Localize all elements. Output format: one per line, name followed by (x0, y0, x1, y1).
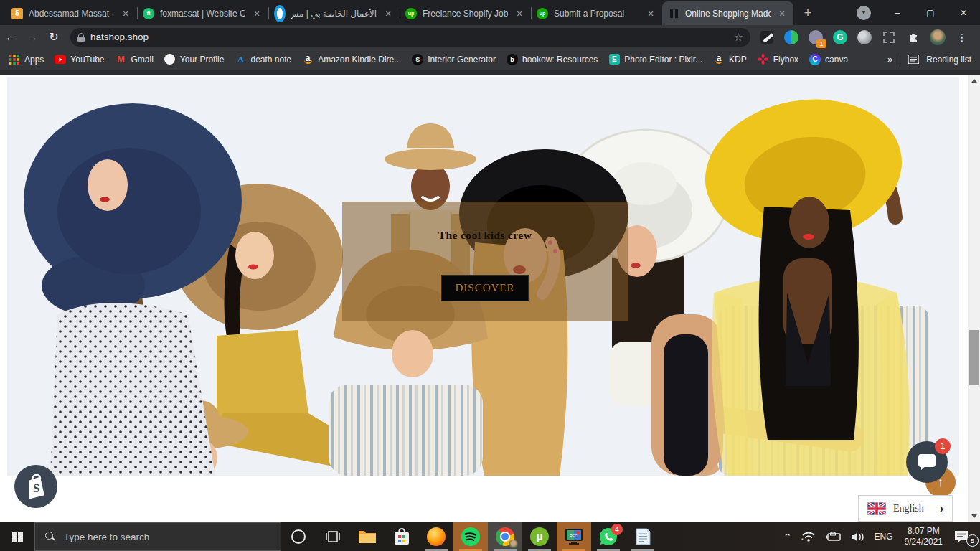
bookmark-youtube[interactable]: YouTube (55, 54, 104, 65)
taskbar-firefox-button[interactable] (419, 522, 453, 551)
address-bar[interactable]: hatshop.shop ☆ (70, 28, 750, 47)
action-center-button[interactable]: 5 (949, 522, 980, 551)
bookmark-pixlr[interactable]: E Photo Editor : Pixlr... (608, 54, 702, 65)
bookmark-kdp[interactable]: a KDP (713, 54, 747, 65)
page-scrollbar[interactable] (968, 75, 980, 522)
grammarly-extension-icon[interactable]: G (831, 28, 849, 47)
browser-update-icon[interactable]: ▼ (857, 6, 871, 20)
bookmark-gmail[interactable]: M Gmail (116, 54, 154, 65)
taskbar-notepad-button[interactable] (626, 522, 660, 551)
chat-widget-button[interactable]: 1 (906, 441, 948, 483)
taskbar-spotify-button[interactable] (453, 522, 488, 551)
bookmark-label: Flybox (773, 55, 798, 65)
utorrent-icon: µ (530, 527, 549, 546)
taskbar-utorrent-button[interactable]: µ (522, 522, 557, 551)
screen: 5 Abdessamad Massat - ✕ fi foxmassat | W… (0, 0, 980, 551)
shopify-bag-icon: S (24, 473, 48, 500)
battery-charging-icon[interactable] (821, 522, 847, 551)
system-tray: ⌃ * (779, 522, 980, 551)
reload-button[interactable]: ↻ (43, 27, 65, 47)
tab-upwork-jobs[interactable]: up Freelance Shopify Jobs ✕ (400, 1, 531, 25)
tab-arabic-works[interactable]: الأعمال الخاصة بي | مس ✕ (268, 1, 400, 25)
bookmark-death-note[interactable]: A death note (235, 54, 291, 65)
start-button[interactable] (0, 522, 34, 551)
reading-list-icon (908, 54, 919, 65)
bookmark-label: KDP (729, 55, 747, 65)
interior-generator-icon: S (412, 54, 423, 65)
url-text[interactable]: hatshop.shop (90, 32, 728, 42)
browser-menu-icon[interactable]: ⋮ (953, 28, 971, 47)
bookmarks-overflow-chevron[interactable]: » (887, 54, 892, 65)
scrollbar-thumb[interactable] (969, 330, 979, 385)
bookmark-interior-generator[interactable]: S Interior Generator (412, 54, 496, 65)
tab-abdessamad[interactable]: 5 Abdessamad Massat - ✕ (6, 1, 137, 25)
language-selector[interactable]: English › (858, 495, 953, 522)
window-close-button[interactable]: ✕ (947, 0, 980, 25)
scrollbar-up-arrow[interactable] (968, 75, 980, 87)
bookmark-label: Apps (24, 55, 44, 65)
tab-close-icon[interactable]: ✕ (645, 8, 656, 19)
bookmark-flybox[interactable]: Flybox (758, 54, 798, 65)
speaker-icon[interactable] (847, 522, 870, 551)
github-icon (164, 54, 176, 65)
new-tab-button[interactable]: + (798, 3, 818, 23)
bookmark-star-icon[interactable]: ☆ (734, 31, 743, 44)
taskbar-whatsapp-button[interactable]: 4 (591, 522, 626, 551)
taskbar-file-explorer-button[interactable] (350, 522, 385, 551)
shopify-badge[interactable]: S (14, 465, 57, 508)
window-minimize-button[interactable]: – (881, 0, 914, 25)
tab-close-icon[interactable]: ✕ (251, 8, 263, 19)
canva-icon: C (809, 54, 821, 65)
wifi-icon[interactable]: * (796, 522, 821, 551)
window-maximize-button[interactable]: ▢ (914, 0, 947, 25)
tab-online-shopping-active[interactable]: Online Shopping Made ✕ (662, 1, 793, 25)
tray-date: 9/24/2021 (905, 537, 943, 547)
bookmark-apps[interactable]: Apps (9, 54, 44, 65)
bookow-icon: b (507, 54, 518, 65)
extensions-puzzle-icon[interactable] (904, 28, 923, 47)
bookmark-label: Amazon Kindle Dire... (318, 55, 401, 65)
taskbar-chrome-button[interactable] (488, 522, 522, 551)
discover-button[interactable]: DISCOVER (441, 275, 529, 301)
windows-logo-icon (12, 532, 23, 542)
fullscreen-extension-icon[interactable] (880, 28, 898, 47)
reading-list-label[interactable]: Reading list (926, 55, 971, 65)
tray-input-language[interactable]: ENG (870, 522, 898, 551)
tab-close-icon[interactable]: ✕ (514, 8, 525, 19)
forward-button[interactable]: → (22, 27, 43, 47)
back-button[interactable]: ← (0, 27, 22, 47)
bookmark-bookow[interactable]: b bookow: Resources (507, 54, 598, 65)
scrollbar-down-arrow[interactable] (968, 510, 980, 522)
tab-close-icon[interactable]: ✕ (776, 8, 788, 19)
pause-bars-icon (668, 8, 679, 19)
tab-title: Freelance Shopify Jobs (423, 9, 508, 19)
bookmark-label: Gmail (131, 55, 154, 65)
bookmark-canva[interactable]: C canva (809, 54, 848, 65)
profile-avatar[interactable] (928, 28, 947, 47)
extension-with-badge-icon[interactable]: 1 (806, 28, 825, 47)
lock-icon[interactable] (77, 33, 85, 42)
file-explorer-icon (358, 529, 377, 545)
notepad-icon (635, 528, 651, 545)
tab-close-icon[interactable]: ✕ (382, 8, 394, 19)
tab-close-icon[interactable]: ✕ (120, 8, 131, 19)
idm-extension-icon[interactable] (782, 28, 801, 47)
taskbar-screen-recorder-button[interactable]: REC (557, 522, 591, 551)
taskbar-search-box[interactable]: Type here to search (34, 522, 281, 551)
tray-clock[interactable]: 8:07 PM 9/24/2021 (898, 526, 949, 547)
tray-expand-chevron[interactable]: ⌃ (776, 522, 800, 551)
video-downloader-extension-icon[interactable] (758, 28, 776, 47)
svg-text:*: * (801, 537, 804, 542)
tab-fiverr[interactable]: fi foxmassat | Website C ✕ (137, 1, 268, 25)
bookmark-github-profile[interactable]: Your Profile (164, 54, 225, 65)
language-label: English (893, 503, 933, 514)
taskbar-cortana-button[interactable] (281, 522, 316, 551)
chrome-profile-avatar (509, 540, 518, 549)
spotify-icon (461, 527, 480, 546)
tab-submit-proposal[interactable]: up Submit a Proposal ✕ (531, 1, 662, 25)
taskbar-task-view-button[interactable] (316, 522, 350, 551)
taskbar-store-button[interactable] (385, 522, 419, 551)
uk-flag-icon (867, 502, 886, 515)
bookmark-amazon-kindle[interactable]: a Amazon Kindle Dire... (302, 54, 401, 65)
swirl-extension-icon[interactable] (855, 28, 874, 47)
